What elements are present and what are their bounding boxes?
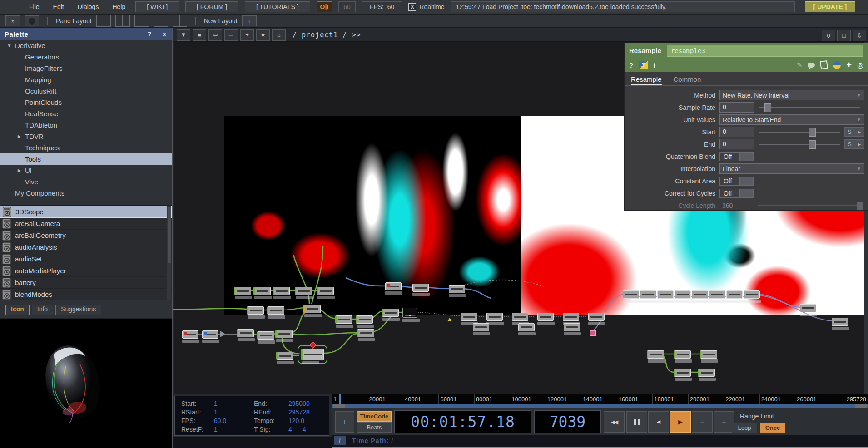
layout-split-horizontal-button[interactable] [134,15,149,27]
network-node[interactable] [832,318,848,326]
pause-button[interactable] [626,411,647,433]
network-node[interactable] [473,323,489,331]
python-help-icon[interactable]: ? [639,61,648,69]
maximize-icon[interactable]: □ [837,30,851,41]
layout-single-button[interactable] [96,15,111,27]
tree-item-techniques[interactable]: Techniques [0,142,172,153]
tree-item-pointclouds[interactable]: PointClouds [0,97,172,108]
network-node[interactable] [674,350,691,359]
network-node[interactable] [317,287,334,295]
component-automediaplayer[interactable]: autoMediaPlayer [0,265,172,277]
stop-button[interactable]: ■ [193,29,206,41]
start-units-badge[interactable]: S▶ [844,127,864,137]
loop-button[interactable]: Loop [732,423,757,433]
tree-item-mapping[interactable]: Mapping [0,74,172,85]
init-button[interactable]: I [335,411,354,433]
end-field[interactable]: 0 [719,139,754,149]
collapse-down-icon[interactable]: ⇩ [853,30,866,41]
network-node[interactable] [461,313,477,321]
network-node[interactable] [273,287,290,295]
tutorials-button[interactable]: [ TUTORIALS ] [245,1,310,12]
correct-for-cycles-toggle[interactable]: Off [719,189,754,198]
zero-button[interactable]: 0 [822,30,835,41]
python-icon[interactable] [833,61,841,69]
component-audioset[interactable]: audioSet [0,253,172,265]
network-node[interactable] [564,323,580,331]
network-dropdown-button[interactable]: ▼ [177,29,190,41]
network-node[interactable] [303,305,321,313]
tree-item-my-components[interactable]: My Components [0,187,172,199]
timecode-display[interactable]: 00:01:57.18 [394,410,531,433]
network-node-selected[interactable] [301,349,324,360]
tree-item-tdableton[interactable]: TDAbleton [0,119,172,131]
window-icon[interactable]: ⌅ [5,15,20,26]
beats-tab[interactable]: Beats [357,422,392,433]
network-node[interactable] [518,323,535,331]
network-node[interactable] [640,290,656,299]
forward-button[interactable]: ⇨ [224,29,238,41]
add-bookmark-button[interactable]: + [240,29,254,41]
start-slider[interactable] [759,132,840,133]
interpolation-dropdown[interactable]: Linear ▼ [719,163,864,174]
network-node[interactable] [800,304,816,312]
operator-name-field[interactable]: resample3 [667,45,863,57]
step-back-button[interactable]: ◀ [648,411,669,433]
menu-edit[interactable]: Edit [50,1,68,12]
network-node[interactable] [623,290,639,299]
tree-item-imagefilters[interactable]: ImageFilters [0,63,172,74]
network-node[interactable] [563,313,579,321]
network-node[interactable] [275,330,293,338]
comment-icon[interactable] [808,63,815,68]
start-field[interactable]: 0 [719,127,754,137]
add-layout-button[interactable]: + [242,15,257,26]
network-node[interactable] [512,313,528,321]
network-node[interactable] [257,331,274,340]
breadcrumb[interactable]: / project1 / >> [293,31,361,39]
network-node[interactable] [295,287,312,295]
help-icon[interactable]: ? [629,61,633,69]
method-dropdown[interactable]: New Rate, New Interval ▼ [719,90,864,100]
target-icon[interactable]: ◎ [857,61,863,69]
realtime-checkbox-icon[interactable]: X [408,3,416,11]
anchor-icon[interactable] [25,15,39,26]
tree-item-tools-selected[interactable]: Tools [0,153,172,165]
back-button[interactable]: ⇦ [208,29,222,41]
slider-handle[interactable] [809,128,816,137]
component-arcballgeometry[interactable]: arcBallGeometry [0,230,172,241]
copy-icon[interactable] [820,60,828,69]
network-node[interactable] [412,284,429,292]
network-node[interactable] [234,287,251,295]
timecode-tab[interactable]: TimeCode [357,411,392,422]
tab-resample[interactable]: Resample [631,75,662,85]
palette-help-button[interactable]: ? [142,28,157,40]
edit-pencil-icon[interactable]: ✎ [797,61,803,69]
realtime-toggle[interactable]: X Realtime [408,3,444,11]
palette-close-button[interactable]: x [157,28,172,40]
tab-common[interactable]: Common [674,75,701,85]
network-node[interactable] [744,290,760,299]
network-node[interactable] [267,306,284,315]
component-audioanalysis[interactable]: audioAnalysis [0,241,172,253]
end-slider[interactable] [759,144,840,145]
time-path-chip[interactable]: / [334,436,346,445]
network-node[interactable] [674,369,691,377]
network-node[interactable] [700,350,717,359]
forum-button[interactable]: [ FORUM ] [185,1,238,12]
network-node[interactable] [486,313,503,321]
network-node[interactable] [382,309,399,317]
network-display-node[interactable] [402,308,417,318]
slider-handle[interactable] [764,103,771,112]
play-button[interactable]: ▶ [670,411,691,433]
menu-help[interactable]: Help [109,1,129,12]
timeline-ruler[interactable]: 1 20001 40001 60001 80001 100001 120001 … [332,394,868,404]
component-battery[interactable]: battery [0,277,172,289]
speed-minus-button[interactable]: − [692,411,713,433]
network-node[interactable] [247,306,264,315]
network-node[interactable] [237,329,254,337]
tree-item-generators[interactable]: Generators [0,51,172,63]
network-node[interactable] [726,290,743,299]
network-node[interactable] [588,313,605,321]
parameter-dialog-header[interactable]: Resample resample3 [625,43,868,58]
frame-display[interactable]: 7039 [534,410,601,433]
slider-handle[interactable] [809,140,816,149]
